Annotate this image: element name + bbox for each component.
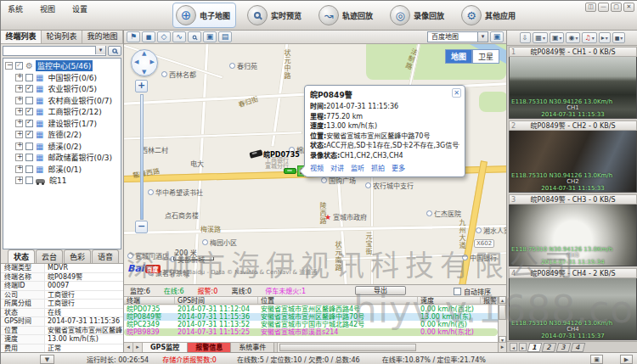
- col-terminal[interactable]: 终端: [124, 297, 175, 304]
- tab-system-events[interactable]: 系统事件: [231, 343, 274, 352]
- expand-icon[interactable]: [15, 176, 23, 184]
- zoom-out-button[interactable]: −: [135, 221, 148, 233]
- vehicle-marker-p0849[interactable]: 皖P0849警: [284, 168, 296, 174]
- tab-ptz[interactable]: 云台: [36, 249, 63, 263]
- pan-right-icon[interactable]: ▶: [150, 59, 155, 65]
- pan-left-icon[interactable]: ◀: [134, 59, 138, 65]
- export-button[interactable]: 导出: [355, 286, 406, 295]
- pan-up-icon[interactable]: ▲: [142, 50, 146, 57]
- table-row-selected[interactable]: 皖P0849警2014-07-31 11:15:36安徽省宣城市宣州区鳌峰中路7…: [124, 313, 498, 321]
- auto-sort-checkbox[interactable]: [454, 288, 461, 295]
- tab-voice[interactable]: 语音: [92, 249, 119, 263]
- expand-icon[interactable]: [15, 154, 23, 161]
- download-button[interactable]: [520, 32, 532, 43]
- table-horizontal-scrollbar[interactable]: ▸: [277, 343, 506, 352]
- vehicle-marker-pd0735[interactable]: 皖PD0735 工商银行宣城分行: [250, 151, 262, 157]
- snapshot-button[interactable]: [566, 32, 580, 43]
- tab-color[interactable]: 色彩: [64, 249, 91, 263]
- intercom-link[interactable]: 对讲: [330, 163, 344, 172]
- fullscreen-button[interactable]: [203, 31, 217, 42]
- checkbox[interactable]: [25, 108, 33, 115]
- close-button[interactable]: ✕: [623, 3, 634, 12]
- polyline-button[interactable]: [172, 31, 186, 42]
- checkbox[interactable]: [25, 97, 33, 104]
- scroll-thumb[interactable]: [279, 344, 416, 351]
- menu-view[interactable]: 视图: [40, 3, 55, 14]
- video-page-4[interactable]: 4: [571, 343, 586, 352]
- collapse-icon[interactable]: [5, 62, 13, 70]
- checkbox[interactable]: [15, 62, 23, 70]
- nav-other-apps-button[interactable]: 其他应用: [458, 3, 521, 28]
- play-button[interactable]: [599, 32, 611, 43]
- checkbox[interactable]: [25, 165, 33, 173]
- nav-electronic-map-button[interactable]: 电子地图: [172, 3, 236, 28]
- tab-my-map[interactable]: 我的地图: [82, 31, 123, 43]
- zoom-tool-button[interactable]: [188, 31, 201, 42]
- col-location[interactable]: 位置: [258, 297, 418, 304]
- close-icon[interactable]: [452, 88, 461, 98]
- checkbox[interactable]: [25, 120, 33, 127]
- skin-button[interactable]: ◫: [585, 3, 596, 12]
- tab-alarm-info[interactable]: 报警信息: [188, 343, 231, 352]
- checkbox[interactable]: [25, 74, 33, 81]
- layout-grid-button[interactable]: [533, 32, 548, 43]
- tab-terminal-list[interactable]: 终端列表: [1, 31, 42, 43]
- tab-gps-monitor[interactable]: GPS监控: [143, 343, 188, 352]
- menu-settings[interactable]: 设置: [72, 3, 87, 14]
- expand-icon[interactable]: [15, 74, 23, 81]
- zoom-in-button[interactable]: +: [135, 80, 148, 92]
- video-page-3[interactable]: 3: [556, 343, 572, 352]
- video-channel-3[interactable]: 3皖P0849警 - CH3 - 0 KB/S E118.75310 N30.9…: [509, 194, 637, 266]
- tree-node-group[interactable]: 绩溪(0/2): [3, 141, 121, 153]
- checkbox[interactable]: [25, 143, 33, 150]
- menu-system[interactable]: 系统: [8, 3, 23, 14]
- stop-button[interactable]: [612, 32, 626, 43]
- polygon-button[interactable]: [157, 31, 171, 42]
- more-link[interactable]: 更多: [392, 163, 405, 172]
- tab-polling-list[interactable]: 轮询列表: [42, 31, 82, 43]
- tab-status[interactable]: 状态: [8, 249, 35, 263]
- tree-node-vehicle[interactable]: 皖11: [3, 175, 121, 187]
- minimize-button[interactable]: —: [598, 3, 609, 12]
- tree-node-group[interactable]: 郎溪(0/1): [3, 164, 121, 176]
- expand-icon[interactable]: [15, 108, 23, 115]
- video-frame-ch4[interactable]: E118.75310 N30.94126 13.0Km/h CH4 2014-0…: [509, 278, 637, 340]
- expand-icon[interactable]: [15, 85, 23, 92]
- checkbox[interactable]: [25, 176, 33, 184]
- video-link[interactable]: 视频: [310, 163, 324, 172]
- maximize-button[interactable]: ▢: [611, 3, 622, 12]
- col-alarm[interactable]: 报警: [481, 297, 498, 304]
- page-next-icon[interactable]: ▸: [519, 343, 527, 351]
- audio-button[interactable]: [582, 32, 596, 43]
- col-speed[interactable]: 速度: [418, 297, 481, 304]
- video-page-1[interactable]: 1: [527, 343, 543, 352]
- map-canvas[interactable]: 西林名都 春归苑 春归街 状元中路 法制路 宣州区政府 棉麻大厦 国购广场 农行…: [124, 44, 506, 284]
- status-expand-button[interactable]: [620, 355, 633, 364]
- video-frame-ch2[interactable]: E118.75310 N30.94126 13.0Km/h CH2 2014-0…: [509, 131, 637, 193]
- expand-icon[interactable]: [15, 143, 23, 150]
- window-mode-button[interactable]: [550, 32, 565, 43]
- stop-button[interactable]: [142, 31, 155, 42]
- video-channel-1[interactable]: 1皖P0849警 - CH1 - 0 KB/S E118.75310 N30.9…: [509, 47, 637, 119]
- nav-track-playback-button[interactable]: 轨迹回放: [315, 3, 379, 28]
- save-view-button[interactable]: [218, 31, 232, 42]
- map-config-button[interactable]: [490, 31, 504, 42]
- page-prev-icon[interactable]: ◂: [510, 343, 517, 351]
- checkbox[interactable]: [25, 154, 33, 161]
- tree-node-bank[interactable]: 建设银行(1/7): [3, 118, 121, 130]
- nav-live-preview-button[interactable]: 实时预览: [244, 3, 307, 28]
- checkbox[interactable]: [25, 131, 33, 138]
- video-page-2[interactable]: 2: [542, 343, 557, 352]
- tab-scroll-left-icon[interactable]: ◂: [124, 343, 133, 352]
- expand-icon[interactable]: [15, 97, 23, 104]
- col-gps-time[interactable]: GPS时间: [175, 297, 258, 304]
- mark-point-button[interactable]: [127, 31, 140, 42]
- table-row[interactable]: 皖PD07352014-07-31 11:12:04安徽省宣城市宣州区鳌峰西路4…: [124, 305, 498, 313]
- zoom-slider[interactable]: [140, 94, 144, 220]
- tree-node-bank[interactable]: 中国银行(0/6): [3, 72, 121, 84]
- tree-node-bank[interactable]: 邮政储蓄银行(0/3): [3, 152, 121, 164]
- expand-icon[interactable]: [15, 131, 23, 138]
- scroll-thumb[interactable]: [499, 305, 506, 320]
- search-button[interactable]: [108, 46, 121, 56]
- tree-node-bank[interactable]: 农业银行(0/5): [3, 83, 121, 95]
